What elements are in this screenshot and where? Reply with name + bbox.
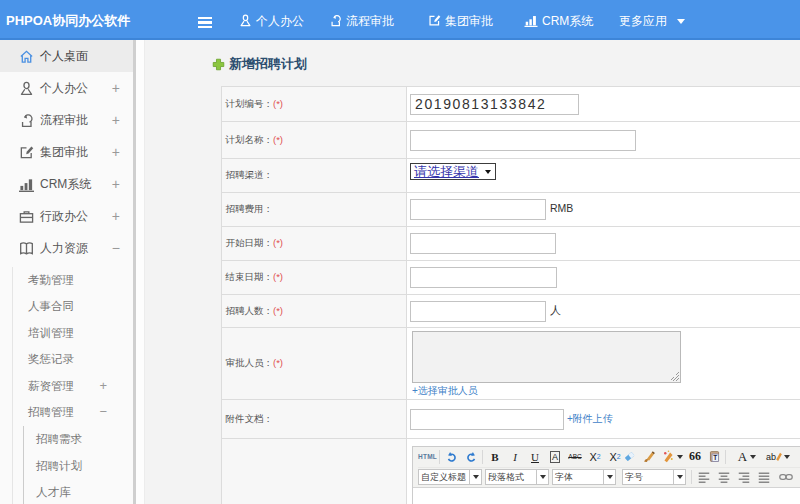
svg-text:T: T: [713, 454, 717, 461]
